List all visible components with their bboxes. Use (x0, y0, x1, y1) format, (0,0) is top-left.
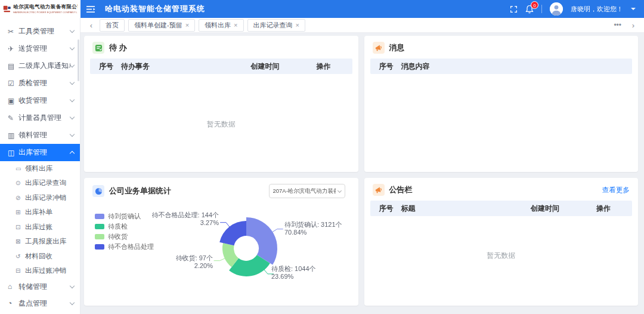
tabs-forward-icon[interactable]: › (628, 21, 638, 30)
chart-label-pending-receipt: 待收货: 97个 2.20% (171, 254, 213, 270)
donut-segment (219, 221, 246, 245)
company-subtitle: HARBIN ELECTRIC POWER EQUIPMENT COMPANY … (13, 11, 67, 13)
todo-table-header: 序号 待办事务 创建时间 操作 (90, 59, 352, 74)
sidebar-item-delivery[interactable]: ✈ 送货管理 (0, 40, 80, 57)
legend-swatch (95, 234, 104, 239)
fullscreen-icon[interactable] (510, 5, 518, 13)
close-icon[interactable]: × (234, 22, 237, 29)
chevron-down-icon (70, 97, 75, 102)
company-name: 哈尔滨电气动力装备有限公司 (13, 4, 78, 10)
todo-title: 待 办 (109, 42, 127, 53)
tool-scrap-icon: ⊠ (16, 238, 25, 245)
quality-check-icon: ☑ (8, 79, 18, 88)
material-outbound-icon: ▭ (16, 165, 25, 172)
company-filter-value: 207A-哈尔滨电气动力装备有限公 (273, 187, 336, 195)
chart-label-pending-defect: 待不合格品处理: 144个 3.27% (146, 211, 219, 227)
chart-legend: 待到货确认 待质检 待收货 待不合格品处理 (95, 211, 154, 252)
bulletin-empty-state: 暂无数据 (364, 251, 639, 261)
sidebar-subitem-outbound-supplement[interactable]: ⊞ 出库补单 (0, 205, 80, 220)
sidebar-item-receiving[interactable]: ▣ 收货管理 (0, 92, 80, 109)
chevron-down-icon[interactable] (631, 8, 636, 10)
record-reversal-icon: ⊘ (16, 195, 25, 201)
sidebar-subitem-material-outbound[interactable]: ▭ 领料出库 (0, 161, 80, 176)
sidebar-subitem-tool-scrap-outbound[interactable]: ⊠ 工具报废出库 (0, 235, 80, 250)
notification-badge: 0 (531, 1, 538, 9)
chart-label-pending-inspection: 待质检: 1044个 23.69% (271, 265, 316, 281)
close-icon[interactable]: × (296, 22, 299, 29)
todo-panel: 待 办 序号 待办事务 创建时间 操作 暂无数据 (84, 36, 358, 172)
chevron-down-icon (70, 45, 75, 50)
sidebar-item-transfer[interactable]: ⌂ 转储管理 (0, 278, 80, 295)
messages-panel: 消息 序号 消息内容 (364, 36, 639, 172)
stats-panel: 公司业务单据统计 207A-哈尔滨电气动力装备有限公 待到货确认 待质检 (84, 178, 358, 306)
sidebar-subitem-material-recycle[interactable]: ↺ 材料回收 (0, 249, 80, 264)
sidebar-item-inbound-notice[interactable]: ▤ 二级库入库通知单 (0, 57, 80, 75)
tab-home[interactable]: 首页 (100, 19, 125, 32)
transfer-icon: ⌂ (8, 282, 18, 291)
megaphone-icon (373, 42, 385, 54)
callout-line (271, 229, 283, 233)
chevron-down-icon (70, 132, 75, 137)
sidebar-item-inventory[interactable]: ◔ 盘点管理 (0, 295, 80, 312)
tab-bar: ‹ 首页 领料单创建-预留 × 领料出库 × 出库记录查询 × ••• › (80, 18, 644, 33)
sidebar-subitem-outbound-posting[interactable]: ⊡ 出库过账 (0, 220, 80, 235)
business-stats-chart: 待到货确认 待质检 待收货 待不合格品处理 (84, 210, 358, 306)
sidebar-subitem-outbound-posting-reversal[interactable]: ⊟ 出库过账冲销 (0, 264, 80, 279)
sidebar-item-measuring[interactable]: ✎ 计量器具管理 (0, 109, 80, 127)
megaphone-icon (373, 184, 385, 196)
legend-item[interactable]: 待不合格品处理 (95, 242, 154, 252)
material-request-icon: ▥ (8, 131, 18, 140)
sidebar-item-outbound[interactable]: ◫ 出库管理 (0, 144, 80, 161)
sidebar-item-material-request[interactable]: ▥ 领料管理 (0, 127, 80, 144)
bulletin-table-header: 序号 标题 创建时间 操作 (370, 201, 633, 216)
chevron-down-icon (70, 283, 75, 288)
tab-material-outbound[interactable]: 领料出库 × (199, 19, 243, 32)
inbound-notice-icon: ▤ (8, 62, 18, 70)
todo-list-icon (92, 42, 104, 54)
tools-icon: ✂ (8, 27, 18, 36)
chevron-up-icon (70, 151, 75, 156)
sidebar-subitem-outbound-record-query[interactable]: ⊙ 出库记录查询 (0, 176, 80, 191)
tabs-more-icon[interactable]: ••• (614, 21, 621, 29)
notification-bell-icon[interactable]: 0 (525, 5, 534, 14)
sidebar-item-quality[interactable]: ☑ 质检管理 (0, 75, 80, 92)
stats-title: 公司业务单据统计 (109, 186, 171, 196)
messages-title: 消息 (389, 42, 405, 53)
legend-item[interactable]: 待到货确认 (95, 211, 154, 221)
avatar[interactable] (550, 2, 563, 16)
delivery-icon: ✈ (8, 45, 18, 53)
legend-item[interactable]: 待质检 (95, 221, 154, 232)
posting-icon: ⊡ (16, 224, 25, 230)
tab-outbound-record-query[interactable]: 出库记录查询 × (247, 19, 305, 32)
sidebar-scrollbar[interactable] (78, 39, 79, 81)
chevron-down-icon (70, 115, 75, 119)
posting-reversal-icon: ⊟ (16, 267, 25, 274)
inventory-icon: ◔ (8, 299, 18, 307)
legend-item[interactable]: 待收货 (95, 232, 154, 242)
user-greeting[interactable]: 唐晓明，欢迎您！ (571, 5, 623, 14)
close-icon[interactable]: × (185, 22, 189, 29)
sidebar-item-tools[interactable]: ✂ 工具类管理 (0, 23, 80, 40)
supplement-icon: ⊞ (16, 209, 25, 216)
legend-swatch (95, 224, 104, 229)
sidebar-subitem-outbound-record-reversal[interactable]: ⊘ 出库记录冲销 (0, 190, 80, 205)
company-filter-select[interactable]: 207A-哈尔滨电气动力装备有限公 (269, 184, 345, 198)
chevron-down-icon (70, 28, 75, 33)
receiving-icon: ▣ (8, 97, 18, 105)
record-query-icon: ⊙ (16, 180, 25, 186)
chevron-down-icon (70, 63, 75, 67)
todo-empty-state: 暂无数据 (84, 119, 358, 130)
recycle-icon: ↺ (16, 253, 25, 260)
company-logo-area: 哈尔滨电气动力装备有限公司 HARBIN ELECTRIC POWER EQUI… (0, 0, 80, 18)
tab-material-request-create[interactable]: 领料单创建-预留 × (128, 19, 195, 32)
top-header: 哈尔滨电气动力装备有限公司 HARBIN ELECTRIC POWER EQUI… (0, 0, 644, 18)
bulletin-title: 公告栏 (389, 184, 413, 195)
chevron-down-icon (337, 188, 341, 192)
callout-line (220, 223, 230, 228)
pie-chart-icon (92, 185, 104, 197)
view-more-link[interactable]: 查看更多 (602, 186, 630, 195)
tabs-back-icon[interactable]: ‹ (86, 21, 96, 30)
menu-collapse-icon[interactable] (86, 5, 95, 13)
legend-swatch (95, 214, 104, 219)
chevron-down-icon (70, 300, 75, 304)
